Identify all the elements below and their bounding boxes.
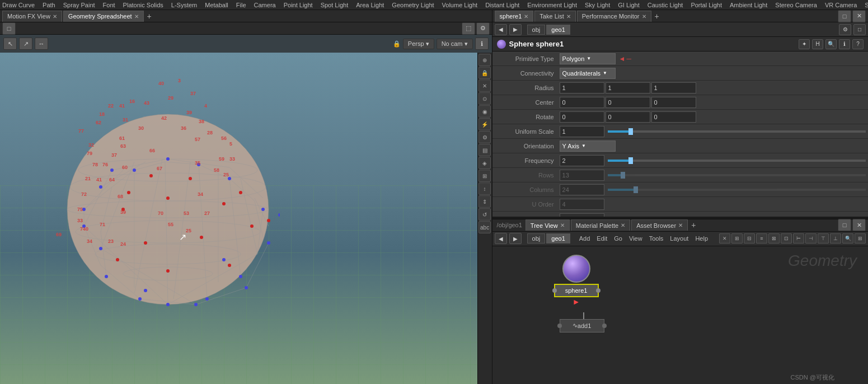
node-geo-tab[interactable]: geo1 xyxy=(546,233,570,243)
menu-switcher[interactable]: Switcher xyxy=(865,2,868,8)
add1-input-port[interactable] xyxy=(557,324,562,328)
side-icon-1[interactable]: ⊕ xyxy=(478,54,491,66)
nav-back-btn[interactable]: ◀ xyxy=(495,24,507,35)
node-tool-6[interactable]: ⊡ xyxy=(781,233,792,243)
frequency-input[interactable] xyxy=(560,155,604,166)
menu-draw-curve[interactable]: Draw Curve xyxy=(2,2,35,8)
sphere1-input-port[interactable] xyxy=(552,288,557,293)
node-add1[interactable]: ∿ add1 xyxy=(560,319,604,333)
add1-box[interactable]: ∿ add1 xyxy=(560,319,604,333)
node-tool-7[interactable]: ⊢ xyxy=(793,233,804,243)
tab-plus-button[interactable]: + xyxy=(145,12,154,21)
node-menu-help[interactable]: Help xyxy=(695,235,708,242)
hdr-info-btn[interactable]: ℹ xyxy=(839,39,850,49)
tab-take-list[interactable]: Take List ✕ xyxy=(534,11,575,22)
hdr-search-btn[interactable]: 🔍 xyxy=(825,39,837,49)
side-icon-13[interactable]: ↺ xyxy=(478,208,491,221)
node-menu-tools[interactable]: Tools xyxy=(649,235,664,242)
menu-geometry-light[interactable]: Geometry Light xyxy=(392,2,434,8)
side-icon-5[interactable]: ◉ xyxy=(478,105,491,118)
radius-y-input[interactable] xyxy=(606,82,650,93)
vp-persp-btn[interactable]: Persp ▾ xyxy=(403,39,434,49)
menu-sky-light[interactable]: Sky Light xyxy=(585,2,610,8)
node-tool-1[interactable]: ✕ xyxy=(719,233,730,243)
node-tab-asset[interactable]: Asset Browser ✕ xyxy=(631,219,688,231)
columns-slider[interactable] xyxy=(608,189,866,191)
menu-lsystem[interactable]: L-System xyxy=(171,2,197,8)
menu-file[interactable]: File xyxy=(236,2,246,8)
vp-tool-scale[interactable]: ↔ xyxy=(35,38,48,50)
vp-expand-btn[interactable]: ⬚ xyxy=(462,22,475,35)
frequency-thumb[interactable] xyxy=(628,157,633,164)
node-menu-edit[interactable]: Edit xyxy=(597,235,607,242)
menu-stereo-camera[interactable]: Stereo Camera xyxy=(775,2,817,8)
menu-caustic-light[interactable]: Caustic Light xyxy=(648,2,683,8)
center-x-input[interactable] xyxy=(560,97,604,108)
rows-thumb[interactable] xyxy=(621,172,625,179)
node-close-btn[interactable]: ✕ xyxy=(852,219,866,231)
node-tool-8[interactable]: ⊣ xyxy=(805,233,817,243)
node-tab-asset-close[interactable]: ✕ xyxy=(678,222,683,228)
tab-motion-fx[interactable]: Motion FX View ✕ xyxy=(2,11,62,22)
columns-thumb[interactable] xyxy=(634,186,638,193)
radius-z-input[interactable] xyxy=(651,82,696,93)
menu-env-light[interactable]: Environment Light xyxy=(527,2,577,8)
center-y-input[interactable] xyxy=(606,97,650,108)
tab-geometry-spreadsheet[interactable]: Geometry Spreadsheet ✕ xyxy=(63,11,144,22)
node-menu-go[interactable]: Go xyxy=(614,235,622,242)
props-settings-btn[interactable]: ⚙ xyxy=(839,24,851,35)
u-order-input[interactable] xyxy=(560,199,604,210)
node-tool-5[interactable]: ⊠ xyxy=(768,233,780,243)
center-z-input[interactable] xyxy=(651,97,696,108)
node-sphere1[interactable]: sphere1 ► xyxy=(554,255,599,306)
node-tool-9[interactable]: ⊤ xyxy=(818,233,829,243)
menu-metaball[interactable]: Metaball xyxy=(205,2,228,8)
node-tool-3[interactable]: ⊟ xyxy=(744,233,755,243)
menu-font[interactable]: Font xyxy=(103,2,115,8)
menu-distant-light[interactable]: Distant Light xyxy=(485,2,519,8)
right-maximize-btn[interactable]: □ xyxy=(838,10,851,22)
menu-gi-light[interactable]: GI Light xyxy=(618,2,640,8)
connectivity-dropdown[interactable]: Quadrilaterals ▼ xyxy=(560,68,616,79)
rows-slider[interactable] xyxy=(608,174,866,176)
tab-sphere1[interactable]: sphere1 ✕ xyxy=(495,11,534,22)
node-obj-tab[interactable]: obj xyxy=(527,233,546,243)
right-tab-plus[interactable]: + xyxy=(653,12,661,21)
right-close-btn[interactable]: ✕ xyxy=(852,10,866,22)
vp-info-btn[interactable]: ℹ xyxy=(475,38,489,50)
node-tab-material-close[interactable]: ✕ xyxy=(621,222,625,228)
vp-maximize-btn[interactable]: □ xyxy=(2,22,16,35)
geo-tab[interactable]: geo1 xyxy=(546,25,570,35)
tab-sphere1-close[interactable]: ✕ xyxy=(524,13,528,20)
nav-fwd-btn[interactable]: ▶ xyxy=(509,24,522,35)
side-icon-11[interactable]: ↕ xyxy=(478,182,491,195)
side-icon-12[interactable]: ⇕ xyxy=(478,195,491,208)
columns-input[interactable] xyxy=(560,184,604,195)
rotate-x-input[interactable] xyxy=(560,111,604,123)
sphere1-output-port[interactable] xyxy=(596,288,600,293)
props-expand-btn[interactable]: □ xyxy=(853,24,866,35)
node-menu-layout[interactable]: Layout xyxy=(670,235,688,242)
sphere1-box[interactable]: sphere1 xyxy=(554,284,599,297)
node-tool-expand[interactable]: ⊞ xyxy=(855,233,866,243)
side-icon-4[interactable]: ⊙ xyxy=(478,92,491,105)
menu-path[interactable]: Path xyxy=(43,2,55,8)
menu-vr-camera[interactable]: VR Camera xyxy=(825,2,857,8)
rows-input[interactable] xyxy=(560,170,604,181)
vp-settings-btn[interactable]: ⚙ xyxy=(476,22,490,35)
vp-cam-btn[interactable]: No cam ▾ xyxy=(437,39,473,49)
uniform-scale-input[interactable] xyxy=(560,126,604,137)
radius-x-input[interactable] xyxy=(560,82,604,93)
menu-spot-light[interactable]: Spot Light xyxy=(321,2,349,8)
menu-camera[interactable]: Camera xyxy=(254,2,276,8)
hdr-sparkle-btn[interactable]: ✦ xyxy=(799,39,810,49)
rotate-z-input[interactable] xyxy=(651,111,696,123)
menu-ambient-light[interactable]: Ambient Light xyxy=(730,2,767,8)
obj-tab[interactable]: obj xyxy=(527,25,546,35)
orientation-dropdown[interactable]: Y Axis ▼ xyxy=(560,141,616,152)
node-tool-search[interactable]: 🔍 xyxy=(842,233,853,243)
tab-perf-monitor-close[interactable]: ✕ xyxy=(642,13,646,20)
hdr-h-btn[interactable]: H xyxy=(812,39,823,49)
menu-area-light[interactable]: Area Light xyxy=(356,2,384,8)
tab-motion-fx-close[interactable]: ✕ xyxy=(53,13,57,20)
